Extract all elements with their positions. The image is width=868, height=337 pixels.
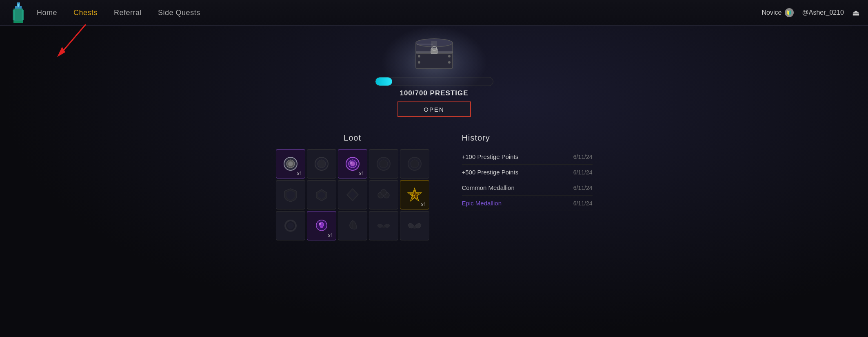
svg-point-20 — [448, 61, 451, 64]
svg-point-18 — [448, 55, 451, 57]
svg-rect-4 — [22, 10, 24, 20]
loot-title: Loot — [344, 133, 361, 143]
loot-grid: x1 x1 — [276, 149, 429, 240]
svg-point-32 — [380, 160, 388, 168]
loot-cell-2-3[interactable] — [369, 211, 398, 240]
nav-chests[interactable]: Chests — [73, 9, 98, 17]
loot-cell-2-1[interactable]: x1 — [307, 211, 336, 240]
history-row-0: +100 Prestige Points 6/11/24 — [462, 149, 593, 165]
prestige-progress-bar — [375, 77, 493, 86]
history-date-1: 6/11/24 — [573, 169, 593, 176]
loot-qty-2-1: x1 — [328, 233, 333, 238]
loot-qty-0-0: x1 — [297, 171, 302, 176]
history-date-0: 6/11/24 — [573, 154, 593, 160]
open-chest-button[interactable]: OPEN — [397, 101, 471, 117]
svg-point-52 — [413, 226, 416, 229]
loot-cell-1-4[interactable]: W x1 — [400, 180, 429, 209]
nav-links: Home Chests Referral Side Quests — [37, 9, 762, 17]
svg-point-19 — [418, 61, 420, 64]
svg-point-30 — [350, 161, 352, 164]
history-date-3: 6/11/24 — [573, 200, 593, 207]
svg-text:W: W — [412, 193, 416, 198]
history-row-3: Epic Medallion 6/11/24 — [462, 196, 593, 211]
svg-rect-21 — [417, 44, 433, 45]
loot-cell-0-3[interactable] — [369, 149, 398, 178]
svg-point-24 — [288, 161, 293, 166]
nav-right: Novice 🔰 @Asher_0210 ⏏ — [762, 8, 860, 18]
svg-rect-5 — [13, 21, 23, 23]
svg-rect-6 — [18, 4, 19, 7]
svg-point-46 — [287, 222, 294, 229]
history-section: History +100 Prestige Points 6/11/24 +50… — [462, 133, 593, 211]
history-item-3: Epic Medallion — [462, 200, 502, 207]
prestige-progress-fill — [375, 77, 392, 86]
user-rank-display: Novice 🔰 — [762, 8, 794, 17]
svg-point-34 — [411, 160, 419, 168]
rank-badge: 🔰 — [785, 8, 794, 17]
prestige-label: 100/700 PRESTIGE — [400, 89, 468, 97]
bottom-section: Loot x1 — [276, 133, 593, 240]
svg-point-49 — [320, 226, 323, 228]
loot-cell-1-2[interactable] — [338, 180, 367, 209]
nav-home[interactable]: Home — [37, 9, 57, 17]
loot-cell-0-0[interactable]: x1 — [276, 149, 305, 178]
svg-point-41 — [381, 189, 386, 195]
history-row-2: Common Medallion 6/11/24 — [462, 180, 593, 196]
logout-button[interactable]: ⏏ — [852, 8, 860, 18]
nav-referral[interactable]: Referral — [114, 9, 142, 17]
history-row-1: +500 Prestige Points 6/11/24 — [462, 165, 593, 180]
loot-cell-1-0[interactable] — [276, 180, 305, 209]
rank-label: Novice — [762, 9, 782, 16]
loot-qty-1-4: x1 — [421, 202, 426, 207]
loot-section: Loot x1 — [276, 133, 429, 240]
history-date-2: 6/11/24 — [573, 185, 593, 191]
loot-cell-0-1[interactable] — [307, 149, 336, 178]
chest-container: 100/700 PRESTIGE OPEN — [375, 34, 493, 117]
svg-point-51 — [382, 226, 385, 228]
history-item-2: Common Medallion — [462, 184, 515, 191]
chest-sprite[interactable] — [412, 34, 457, 70]
loot-cell-1-3[interactable] — [369, 180, 398, 209]
svg-rect-10 — [416, 52, 453, 68]
loot-cell-2-4[interactable] — [400, 211, 429, 240]
main-content: 100/700 PRESTIGE OPEN Loot x1 — [0, 26, 868, 240]
loot-cell-2-2[interactable] — [338, 211, 367, 240]
loot-cell-0-4[interactable] — [400, 149, 429, 178]
history-table: +100 Prestige Points 6/11/24 +500 Presti… — [462, 149, 593, 211]
username-display: @Asher_0210 — [802, 9, 844, 16]
loot-cell-0-2[interactable]: x1 — [338, 149, 367, 178]
history-item-1: +500 Prestige Points — [462, 169, 519, 176]
navbar: Home Chests Referral Side Quests Novice … — [0, 0, 868, 26]
svg-point-17 — [418, 55, 420, 57]
svg-rect-3 — [13, 10, 15, 20]
svg-point-48 — [319, 223, 321, 225]
svg-point-26 — [317, 160, 326, 168]
history-item-0: +100 Prestige Points — [462, 153, 519, 160]
loot-cell-2-0[interactable] — [276, 211, 305, 240]
loot-qty-0-2: x1 — [359, 171, 364, 176]
nav-side-quests[interactable]: Side Quests — [158, 9, 200, 17]
nav-logo — [8, 2, 29, 23]
history-title: History — [462, 133, 593, 143]
loot-cell-1-1[interactable] — [307, 180, 336, 209]
